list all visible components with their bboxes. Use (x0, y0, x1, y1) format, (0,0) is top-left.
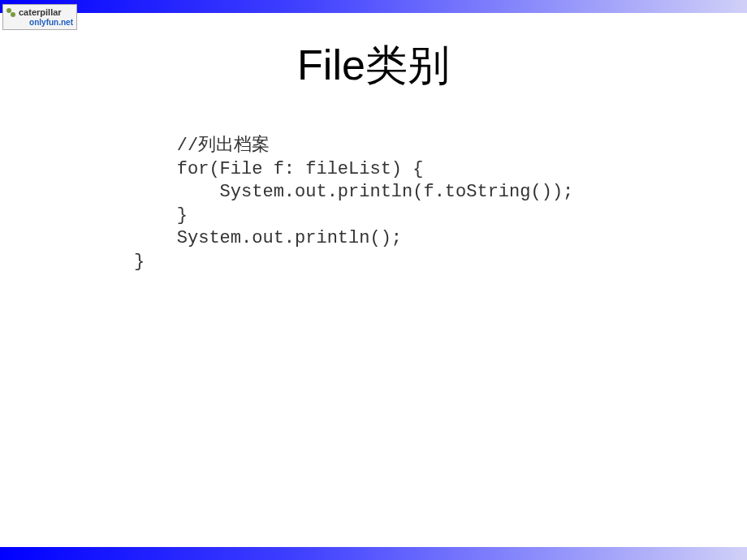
caterpillar-icon (6, 8, 18, 18)
code-block: //列出档案 for(File f: fileList) { System.ou… (134, 135, 747, 274)
logo-text-line1: caterpillar (19, 8, 62, 17)
logo-badge: caterpillar onlyfun.net (2, 4, 77, 30)
logo-top-row: caterpillar (6, 8, 73, 18)
logo-text-line2: onlyfun.net (6, 19, 73, 27)
bottom-gradient-bar (0, 547, 747, 560)
top-gradient-bar (0, 0, 747, 13)
slide-title: File类别 (0, 37, 747, 94)
